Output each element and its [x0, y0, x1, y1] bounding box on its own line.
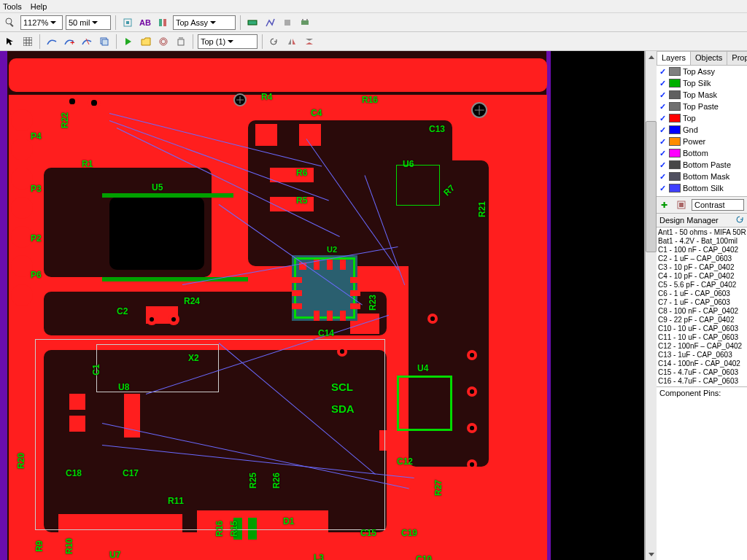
trace-add-icon[interactable]: + — [62, 34, 77, 49]
component-list-item[interactable]: C9 - 22 pF - CAP_0402 — [658, 316, 746, 324]
layer-color-swatch[interactable] — [669, 67, 681, 76]
component-list-item[interactable]: C6 - 1 uF - CAP_0603 — [658, 289, 746, 298]
grid-combo[interactable]: 50 mil — [66, 15, 111, 30]
canvas-scrollbar-vertical[interactable] — [645, 51, 657, 560]
layer-name: Top Mask — [683, 90, 717, 99]
toggle-crosshair-icon[interactable] — [120, 15, 135, 30]
component-list-item[interactable]: C13 - 1uF - CAP_0603 — [658, 351, 746, 359]
layer-visibility-check-icon[interactable] — [658, 79, 667, 88]
layer-mode-label[interactable]: Contrast — [692, 199, 744, 211]
open-icon[interactable] — [139, 34, 153, 49]
via-icon[interactable] — [280, 15, 295, 30]
layer-visibility-check-icon[interactable] — [658, 149, 667, 158]
component-list-item[interactable]: Bat1 - 4.2V - Bat_100mil — [658, 237, 746, 246]
layer-row[interactable]: Bottom Silk — [657, 182, 747, 194]
layer-visibility-check-icon[interactable] — [658, 90, 667, 99]
layer-row[interactable]: Gnd — [657, 124, 747, 136]
component-list-item[interactable]: C10 - 10 uF - CAP_0603 — [658, 324, 746, 333]
component-list-item[interactable]: C3 - 10 pF - CAP_0402 — [658, 263, 746, 272]
scrollbar-thumb[interactable] — [646, 121, 657, 252]
layer-row[interactable]: Bottom Paste — [657, 159, 747, 171]
component-list-item[interactable]: C7 - 1 uF - CAP_0603 — [658, 298, 746, 307]
chevron-down-icon[interactable] — [225, 35, 235, 48]
layer-visibility-check-icon[interactable] — [658, 160, 667, 169]
layer-color-swatch[interactable] — [669, 137, 681, 146]
svg-rect-20 — [102, 39, 108, 45]
component-list-item[interactable]: C12 - 100nF – CAP_0402 — [658, 342, 746, 351]
layer-visibility-check-icon[interactable] — [658, 125, 667, 134]
layer-row[interactable]: Top Mask — [657, 89, 747, 101]
tab-objects[interactable]: Objects — [690, 51, 727, 65]
component-list-item[interactable]: C1 - 100 nF - CAP_0402 — [658, 246, 746, 254]
layer-color-swatch[interactable] — [669, 79, 681, 88]
menu-tools[interactable]: Tools — [3, 2, 22, 11]
component-list-item[interactable]: C5 - 5.6 pF - CAP_0402 — [658, 281, 746, 289]
route-icon[interactable] — [263, 15, 277, 30]
flip-h-icon[interactable] — [285, 34, 299, 49]
layer-color-swatch[interactable] — [669, 172, 681, 181]
zoom-fit-icon[interactable] — [3, 15, 18, 30]
layer-row[interactable]: Top Assy — [657, 66, 747, 77]
scroll-down-icon[interactable] — [646, 548, 657, 560]
layer-color-swatch[interactable] — [669, 149, 681, 158]
layer-color-swatch[interactable] — [669, 114, 681, 122]
scroll-up-icon[interactable] — [646, 51, 657, 63]
component-list-item[interactable]: C15 - 4.7uF - CAP_0603 — [658, 368, 746, 377]
settings-gear-icon[interactable] — [156, 34, 171, 49]
component-list-item[interactable]: C14 - 100nF - CAP_0402 — [658, 359, 746, 368]
layer-visibility-check-icon[interactable] — [658, 114, 667, 122]
component-list-item[interactable]: C16 - 4.7uF - CAP_0603 — [658, 377, 746, 386]
layer-color-swatch[interactable] — [669, 160, 681, 169]
tab-layers[interactable]: Layers — [657, 51, 691, 65]
layer-color-swatch[interactable] — [669, 90, 681, 99]
play-icon[interactable] — [121, 34, 136, 49]
copy-icon[interactable] — [97, 34, 112, 49]
trace-icon[interactable] — [44, 34, 59, 49]
add-layer-icon[interactable]: ✚ — [659, 199, 671, 211]
pcb-canvas[interactable]: P4 P3 P2 P6 R1 R22 R24 U5 C2 X2 C1 U8 C1… — [0, 51, 645, 560]
layer-visibility-check-icon[interactable] — [658, 67, 667, 76]
layer-visibility-check-icon[interactable] — [658, 137, 667, 146]
component-list-item[interactable]: C4 - 10 pF - CAP_0402 — [658, 272, 746, 281]
layer-row[interactable]: Power — [657, 136, 747, 147]
rotate-icon[interactable] — [267, 34, 282, 49]
layer-row[interactable]: Bottom Mask — [657, 171, 747, 182]
layer-visibility-check-icon[interactable] — [658, 172, 667, 181]
component-list-item[interactable]: C2 - 1 uF – CAP_0603 — [658, 254, 746, 263]
trace-cut-icon[interactable] — [80, 34, 94, 49]
design-manager-list[interactable]: Ant1 - 50 ohms - MIFA 50RBat1 - 4.2V - B… — [657, 228, 747, 386]
layer-options-icon[interactable] — [676, 199, 687, 211]
drc-icon[interactable] — [245, 15, 260, 30]
chip-icon[interactable] — [298, 15, 312, 30]
menu-help[interactable]: Help — [31, 2, 47, 11]
component-pins-body[interactable] — [657, 399, 747, 560]
layer-color-swatch[interactable] — [669, 125, 681, 134]
toolbar-2: + Top (1) — [0, 32, 747, 51]
layer-visibility-check-icon[interactable] — [658, 102, 667, 111]
active-layer-combo[interactable]: Top (1) — [198, 34, 258, 49]
layer-row[interactable]: Top Paste — [657, 101, 747, 112]
layer-color-swatch[interactable] — [669, 184, 681, 192]
chevron-down-icon[interactable] — [90, 16, 99, 29]
abc-text-icon[interactable]: ABC — [138, 15, 152, 30]
mirror-icon[interactable] — [155, 15, 170, 30]
layer-row[interactable]: Bottom — [657, 147, 747, 159]
chevron-down-icon[interactable] — [208, 16, 217, 29]
chevron-down-icon[interactable] — [48, 16, 58, 29]
assy-layer-combo[interactable]: Top Assy — [173, 15, 236, 30]
layers-list[interactable]: Top AssyTop SilkTop MaskTop PasteTopGndP… — [657, 66, 747, 197]
select-icon[interactable] — [3, 34, 18, 49]
grid-toggle-icon[interactable] — [20, 34, 35, 49]
component-list-item[interactable]: C11 - 10 uF - CAP_0603 — [658, 333, 746, 342]
zoom-combo[interactable]: 1127% — [20, 15, 63, 30]
layer-visibility-check-icon[interactable] — [658, 184, 667, 192]
layer-row[interactable]: Top — [657, 112, 747, 124]
flip-v-icon[interactable] — [302, 34, 317, 49]
refresh-icon[interactable] — [735, 215, 744, 225]
layer-row[interactable]: Top Silk — [657, 77, 747, 89]
component-list-item[interactable]: Ant1 - 50 ohms - MIFA 50R — [658, 228, 746, 237]
tab-properties[interactable]: Properties — [727, 51, 747, 65]
layer-color-swatch[interactable] — [669, 102, 681, 111]
delete-icon[interactable] — [174, 34, 188, 49]
component-list-item[interactable]: C8 - 100 nF - CAP_0402 — [658, 307, 746, 316]
